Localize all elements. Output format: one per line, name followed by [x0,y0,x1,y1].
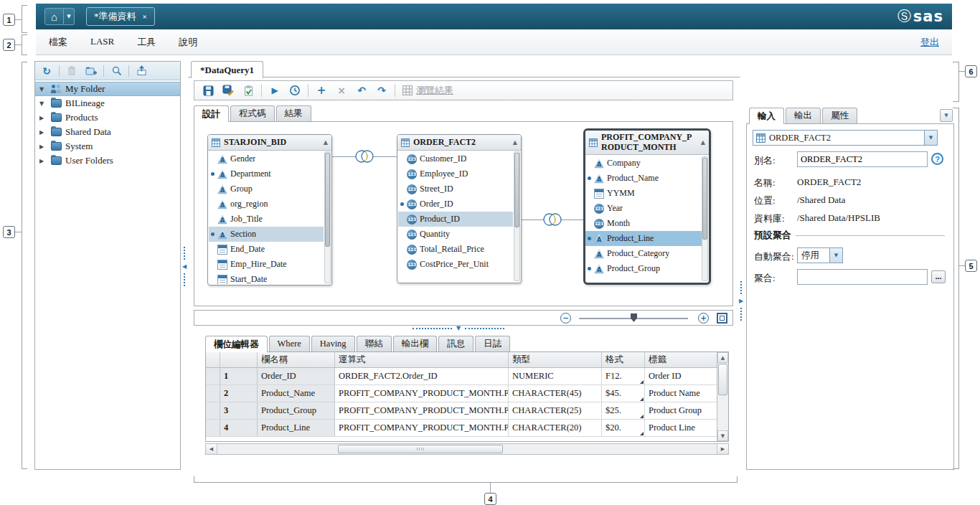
table-node-starjoin-bid[interactable]: STARJOIN_BID ▲ Gender [207,134,332,285]
browse-results-button[interactable]: 瀏覽結果 [402,84,453,97]
node-column[interactable]: Emp_Hire_Date [209,257,324,272]
right-pane-tab[interactable]: 輸入 [749,108,784,124]
save-as-button[interactable] [221,83,235,98]
export-button[interactable] [134,64,149,78]
node-column[interactable]: Product_Line [585,231,702,246]
column-name-cell[interactable]: Order_ID [258,368,335,384]
node-column[interactable]: Product_ID [398,212,513,227]
collapse-node-icon[interactable]: ▲ [701,139,705,146]
node-column[interactable]: org_region [209,197,324,212]
alias-input[interactable] [797,151,928,167]
prepare-data-tab[interactable]: *準備資料 × [86,7,155,26]
expression-cell[interactable]: PROFIT_COMPANY_PRODUCT_MONTH.Pr... [335,385,509,402]
menu-item[interactable]: 說明 [179,36,197,49]
home-button[interactable]: ⌂ [44,8,64,25]
query-diagram-canvas[interactable]: STARJOIN_BID ▲ Gender [194,121,733,306]
grid-horizontal-scrollbar[interactable]: ◀ ▶ [205,443,729,455]
node-column[interactable]: Section [209,227,324,242]
type-cell[interactable]: CHARACTER(45) [509,385,602,402]
expression-cell[interactable]: PROFIT_COMPANY_PRODUCT_MONTH.Pr... [335,402,509,419]
row-selector-cell[interactable] [206,402,220,419]
refresh-button[interactable]: ↻ [39,64,54,78]
node-column[interactable]: Group [209,181,324,197]
node-column[interactable]: Product_Group [585,261,702,276]
scrollbar-thumb[interactable] [702,158,707,240]
delete-button[interactable] [65,64,79,78]
tree-item[interactable]: ▶ Products [35,110,180,125]
aggregation-input[interactable] [797,269,928,285]
scrollbar-thumb[interactable] [325,153,330,247]
save-button[interactable] [201,83,215,98]
join-icon[interactable] [542,212,563,227]
zoom-out-button[interactable]: − [560,313,571,324]
tree-item[interactable]: ▶ Shared Data [35,125,180,139]
scrollbar-thumb[interactable] [718,364,727,395]
grid-vertical-scrollbar[interactable]: ▲ ▼ [717,352,728,441]
join-icon[interactable] [354,148,375,164]
type-cell[interactable]: CHARACTER(20) [509,420,602,436]
bottom-tab[interactable]: 輸出欄 [393,336,438,351]
row-selector-cell[interactable] [206,420,220,436]
view-tab[interactable]: 程式碼 [230,105,275,121]
auto-aggregate-select[interactable]: 停用 ▼ [797,247,843,263]
node-column[interactable]: Product_Category [585,246,702,261]
tree-item[interactable]: ▼ BILineage [35,96,180,110]
expression-cell[interactable]: ORDER_FACT2.Order_ID [335,368,509,384]
bottom-tab[interactable]: Having [311,336,355,351]
node-column[interactable]: Street_ID [398,181,513,197]
column-name-cell[interactable]: Product_Name [258,385,335,402]
view-tab[interactable]: 結果 [276,105,311,121]
table-node-order-fact2[interactable]: ORDER_FACT2 ▲ Customer_ID [397,134,522,283]
menu-item[interactable]: 檔案 [49,36,67,49]
node-scrollbar[interactable] [514,151,520,281]
row-selector-cell[interactable] [206,385,220,402]
scroll-right-icon[interactable]: ▶ [717,444,728,454]
redo-button[interactable]: ↷ [374,83,389,98]
column-name-cell[interactable]: Product_Group [258,402,335,419]
logout-link[interactable]: 登出 [920,36,939,49]
tree-expander-icon[interactable]: ▼ [39,100,50,107]
zoom-in-button[interactable]: + [698,313,709,324]
bottom-tab[interactable]: Where [269,336,310,351]
label-cell[interactable]: Product Line [645,420,718,436]
table-node-header[interactable]: PROFIT_COMPANY_PRODUCT_MONTH ▲ [585,131,709,155]
bottom-tab[interactable]: 日誌 [475,336,510,351]
format-cell[interactable]: $45. [602,385,645,402]
bottom-tab[interactable]: 聯結 [357,336,392,351]
type-cell[interactable]: CHARACTER(25) [509,402,602,419]
scroll-up-icon[interactable]: ▲ [717,352,728,363]
label-cell[interactable]: Product Name [645,385,718,402]
table-node-header[interactable]: ORDER_FACT2 ▲ [397,135,521,151]
tree-item[interactable]: ▶ User Folders [35,154,180,168]
column-name-cell[interactable]: Product_Line [258,420,335,436]
menu-item[interactable]: 工具 [137,36,156,49]
tree-expander-icon[interactable]: ▶ [39,115,50,121]
left-pane-splitter[interactable]: ◀ [182,247,187,288]
type-cell[interactable]: NUMERIC [509,368,602,384]
chevron-down-icon[interactable]: ▼ [829,248,842,263]
node-column[interactable]: Order_ID [398,197,513,212]
new-item-button[interactable] [84,64,98,78]
validate-button[interactable] [241,83,255,98]
node-column[interactable]: Quantity [398,227,513,242]
menu-item[interactable]: LASR [90,36,114,49]
pane-menu-button[interactable]: ▼ [940,109,953,122]
scroll-down-icon[interactable]: ▼ [717,430,728,441]
run-button[interactable]: ▶ [268,83,282,98]
tree-expander-icon[interactable]: ▼ [39,86,50,93]
right-pane-splitter[interactable]: ▶ [739,281,743,323]
chevron-down-icon[interactable]: ▼ [924,131,937,145]
aggregation-browse-button[interactable]: ... [931,270,946,283]
node-column[interactable]: Year [585,201,702,216]
grid-row[interactable]: 4 Product_Line PROFIT_COMPANY_PRODUCT_MO… [206,420,728,437]
tree-expander-icon[interactable]: ▶ [39,143,50,150]
collapse-node-icon[interactable]: ▲ [513,139,517,146]
format-cell[interactable]: $25. [602,402,645,419]
delete-item-button[interactable]: × [334,83,349,98]
scroll-left-icon[interactable]: ◀ [206,444,217,454]
label-cell[interactable]: Order ID [645,368,718,384]
node-column[interactable]: Employee_ID [398,166,513,181]
schedule-button[interactable] [288,83,302,98]
node-scrollbar[interactable] [324,151,331,283]
collapse-node-icon[interactable]: ▲ [324,139,328,146]
